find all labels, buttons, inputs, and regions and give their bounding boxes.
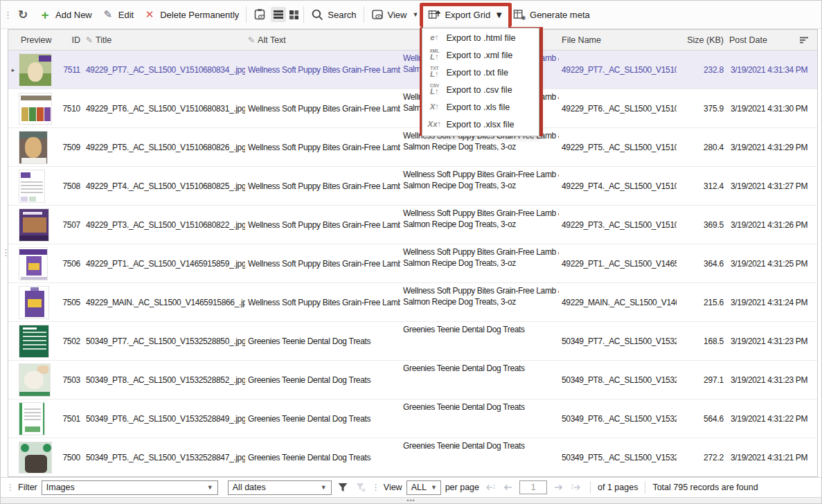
previous-page-button[interactable]	[501, 480, 515, 494]
add-new-button[interactable]: +Add New	[34, 5, 97, 24]
table-row[interactable]: 7505 49229_MAIN._AC_SL1500_V1465915866_.…	[8, 283, 817, 322]
title-cell[interactable]: 50349_PT7._AC_SL1500_V1532528850_.jpg	[83, 322, 245, 360]
filter-dates-value: All dates	[233, 483, 266, 492]
header-title[interactable]: ✎Title	[83, 30, 245, 50]
file-name-cell: 49229_MAIN._AC_SL1500_V1465915866_.jpg	[559, 283, 677, 321]
per-page-select[interactable]: ALL▼	[406, 480, 441, 495]
clipboard-preview-button[interactable]	[249, 5, 271, 24]
view-button[interactable]: View▼	[366, 5, 424, 24]
title-cell[interactable]: 50349_PT6._AC_SL1500_V1532528849_.jpg	[83, 399, 245, 438]
post-date-cell: 3/19/2021 4:31:26 PM	[726, 206, 817, 244]
refresh-button[interactable]: ↻	[12, 5, 34, 24]
row-selected-marker	[8, 89, 18, 127]
alt-text-cell[interactable]: Wellness Soft Puppy Bites Grain-Free Lam…	[245, 283, 400, 321]
filter-dates-select[interactable]: All dates▼	[228, 480, 332, 495]
title-cell[interactable]: 49229_PT1._AC_SL1500_V1465915859_.jpg	[83, 244, 245, 282]
alt-text-cell[interactable]: Wellness Soft Puppy Bites Grain-Free Lam…	[245, 128, 400, 166]
preview-thumbnail	[19, 208, 49, 242]
delete-permanently-button[interactable]: ✕Delete Permanently	[139, 5, 244, 24]
alt-text-cell[interactable]: Greenies Teenie Dental Dog Treats	[245, 438, 400, 476]
apply-filter-button[interactable]	[336, 480, 350, 494]
title-cell[interactable]: 49229_PT3._AC_SL1500_V1510680822_.jpg	[83, 206, 245, 244]
bottom-resize-grip[interactable]: •••	[1, 497, 821, 504]
preview-cell[interactable]	[18, 399, 62, 438]
footer-grip-icon[interactable]: ⋮	[6, 483, 14, 492]
title-cell[interactable]: 49229_PT4._AC_SL1500_V1510680825_.jpg	[83, 167, 245, 205]
table-row[interactable]: 7509 49229_PT5._AC_SL1500_V1510680826_.j…	[8, 128, 817, 167]
header-id[interactable]: ID	[62, 30, 83, 50]
search-button[interactable]: Search	[306, 5, 361, 24]
title-cell[interactable]: 50349_PT5._AC_SL1500_V1532528847_.jpg	[83, 438, 245, 476]
preview-cell[interactable]	[18, 128, 62, 166]
export-menu-item[interactable]: Xx↑ Export to .xlsx file	[422, 116, 539, 133]
title-cell[interactable]: 49229_PT5._AC_SL1500_V1510680826_.jpg	[83, 128, 245, 166]
export-menu-item[interactable]: TXTL↑ Export to .txt file	[422, 64, 539, 81]
post-date-cell: 3/19/2021 4:31:29 PM	[726, 128, 817, 166]
header-post-date[interactable]: Post Date	[726, 30, 817, 50]
export-menu-item[interactable]: XMLL↑ Export to .xml file	[422, 46, 539, 64]
title-cell[interactable]: 49229_PT6._AC_SL1500_V1510680831_.jpg	[83, 89, 245, 127]
table-row[interactable]: ▸ 7511 49229_PT7._AC_SL1500_V1510680834_…	[8, 51, 817, 89]
header-file-name[interactable]: File Name	[559, 30, 677, 50]
header-date-label: Post Date	[729, 35, 767, 45]
header-size[interactable]: Size (KB)	[677, 30, 726, 50]
preview-cell[interactable]	[18, 438, 62, 476]
export-menu-item[interactable]: X↑ Export to .xls file	[422, 98, 539, 116]
filter-type-select[interactable]: Images▼	[42, 480, 218, 495]
table-row[interactable]: 7506 49229_PT1._AC_SL1500_V1465915859_.j…	[8, 244, 817, 283]
title-cell[interactable]: 49229_MAIN._AC_SL1500_V1465915866_.jpg	[83, 283, 245, 321]
list-view-button[interactable]	[271, 7, 286, 22]
table-row[interactable]: 7507 49229_PT3._AC_SL1500_V1510680822_.j…	[8, 206, 817, 244]
table-row[interactable]: 7500 50349_PT5._AC_SL1500_V1532528847_.j…	[8, 438, 817, 477]
preview-cell[interactable]	[18, 361, 62, 399]
row-selected-marker	[8, 283, 18, 321]
clear-filter-button[interactable]	[354, 480, 368, 494]
table-row[interactable]: 7503 50349_PT8._AC_SL1500_V1532528852_.j…	[8, 361, 817, 399]
preview-cell[interactable]	[18, 244, 62, 282]
table-row[interactable]: 7510 49229_PT6._AC_SL1500_V1510680831_.j…	[8, 89, 817, 128]
header-preview[interactable]: Preview	[18, 30, 62, 50]
table-row[interactable]: 7501 50349_PT6._AC_SL1500_V1532528849_.j…	[8, 399, 817, 438]
preview-cell[interactable]	[18, 51, 62, 89]
alt-text-cell[interactable]: Wellness Soft Puppy Bites Grain-Free Lam…	[245, 51, 400, 89]
footer-grip-icon[interactable]: ⋮	[372, 483, 379, 492]
export-grid-button[interactable]: Export Grid▼	[423, 5, 508, 24]
preview-cell[interactable]	[18, 283, 62, 321]
grid-view-button[interactable]	[286, 7, 301, 22]
alt-text-cell[interactable]: Wellness Soft Puppy Bites Grain-Free Lam…	[245, 206, 400, 244]
export-menu-item[interactable]: e↑ Export to .html file	[422, 29, 539, 46]
caret-down-icon: ▼	[431, 484, 437, 491]
alt-text-cell[interactable]: Wellness Soft Puppy Bites Grain-Free Lam…	[245, 244, 400, 282]
table-row[interactable]: 7508 49229_PT4._AC_SL1500_V1510680825_.j…	[8, 167, 817, 206]
preview-cell[interactable]	[18, 206, 62, 244]
caption-cell: Wellness Soft Puppy Bites Grain-Free Lam…	[400, 206, 559, 244]
toolbar-grip-icon[interactable]: ⋮	[3, 10, 12, 20]
id-cell: 7507	[62, 206, 83, 244]
title-cell[interactable]: 49229_PT7._AC_SL1500_V1510680834_.jpg	[83, 51, 245, 89]
alt-text-cell[interactable]: Wellness Soft Puppy Bites Grain-Free Lam…	[245, 167, 400, 205]
export-menu-item-label: Export to .xlsx file	[446, 120, 514, 129]
preview-thumbnail	[19, 131, 48, 164]
plus-icon: +	[39, 8, 51, 21]
last-page-button[interactable]	[569, 480, 583, 494]
title-cell[interactable]: 50349_PT8._AC_SL1500_V1532528852_.jpg	[83, 361, 245, 399]
generate-meta-button[interactable]: ✱ Generate meta	[508, 5, 595, 24]
table-row[interactable]: 7502 50349_PT7._AC_SL1500_V1532528850_.j…	[8, 322, 817, 361]
next-page-button[interactable]	[551, 480, 565, 494]
caption-cell: Greenies Teenie Dental Dog Treats	[400, 438, 559, 476]
export-menu-item-label: Export to .xls file	[446, 102, 510, 112]
sort-menu-icon[interactable]	[799, 36, 809, 44]
export-menu-item[interactable]: CSVL↑ Export to .csv file	[422, 81, 539, 98]
preview-cell[interactable]	[18, 89, 62, 127]
alt-text-cell[interactable]: Greenies Teenie Dental Dog Treats	[245, 361, 400, 399]
alt-text-cell[interactable]: Wellness Soft Puppy Bites Grain-Free Lam…	[245, 89, 400, 127]
preview-thumbnail	[19, 286, 49, 319]
edit-button[interactable]: ✎Edit	[97, 5, 139, 24]
alt-text-cell[interactable]: Greenies Teenie Dental Dog Treats	[245, 399, 400, 438]
alt-text-cell[interactable]: Greenies Teenie Dental Dog Treats	[245, 322, 400, 360]
page-number-input[interactable]: 1	[519, 480, 547, 494]
first-page-button[interactable]	[483, 480, 497, 494]
preview-cell[interactable]	[18, 322, 62, 360]
preview-cell[interactable]	[18, 167, 62, 205]
header-alt-text[interactable]: ✎Alt Text	[245, 30, 400, 50]
